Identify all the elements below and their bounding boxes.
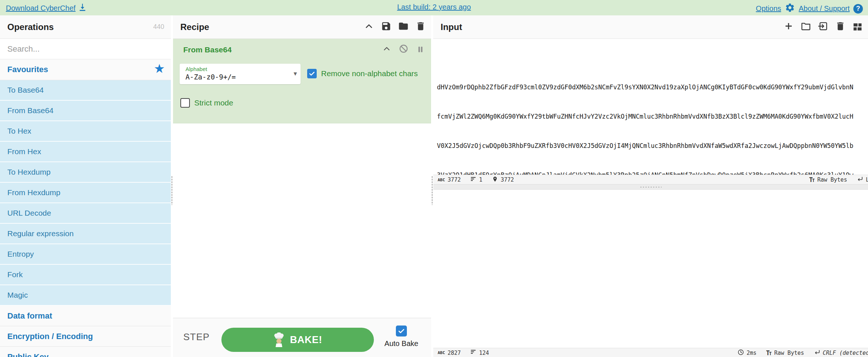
operation-item[interactable]: To Base64 [0,80,171,101]
operation-item[interactable]: To Hexdump [0,162,171,183]
recipe-panel: Recipe [173,15,431,357]
save-icon [381,21,391,33]
operation-item[interactable]: From Base64 [0,101,171,121]
remove-nonalphabet-checkbox-row[interactable]: Remove non-alphabet chars [307,69,418,78]
input-tabs-icon[interactable] [852,22,863,32]
save-recipe-button[interactable] [381,21,391,33]
line-ending-icon [814,349,820,357]
recipe-title: Recipe [180,22,209,32]
clear-recipe-button[interactable] [415,21,426,33]
clock-icon [738,349,744,357]
alphabet-value: A-Za-z0-9+/= [185,73,236,81]
cursor-position-status: 3772 [492,176,514,184]
location-pin-icon [492,176,498,184]
operations-header: Operations 440 [0,15,171,39]
input-header-icons [783,15,863,38]
auto-bake-toggle[interactable]: Auto Bake [381,326,422,348]
open-folder-button[interactable] [801,21,811,33]
output-encoding-selector[interactable]: TT Raw Bytes [766,349,804,357]
operation-item[interactable]: URL Decode [0,203,171,224]
bake-button[interactable]: BAKE! [221,328,374,352]
category-public-key[interactable]: Public Key [0,347,171,357]
open-file-button[interactable] [818,21,828,33]
remove-nonalphabet-checkbox[interactable] [307,69,317,78]
breakpoint-pause-icon[interactable] [416,45,425,54]
clear-io-button[interactable] [835,21,846,33]
input-eol-selector[interactable]: LF [857,176,868,184]
category-encryption-encoding[interactable]: Encryption / Encoding [0,326,171,347]
line-count-icon [470,349,477,357]
trash-icon [415,21,426,33]
recipe-header: Recipe [173,15,431,39]
line-count-icon [470,176,477,184]
help-icon[interactable]: ? [853,4,863,14]
char-count-icon: ABC [438,350,445,355]
auto-bake-checkbox[interactable] [396,326,407,336]
collapse-operation-button[interactable] [382,44,391,55]
about-support-link[interactable]: About / Support [799,4,850,13]
search-row [0,39,171,59]
strict-mode-checkbox-row[interactable]: Strict mode [180,98,233,108]
operations-title: Operations [7,22,54,32]
operation-item[interactable]: From Hex [0,142,171,162]
recipe-header-icons [364,15,426,38]
recipe-operation-from-base64[interactable]: From Base64 Alphabet A-Za-z0-9+/= [173,39,431,123]
last-build-link[interactable]: Last build: 2 years ago [0,3,868,11]
remove-nonalphabet-label[interactable]: Remove non-alphabet chars [321,69,418,78]
operations-panel: Operations 440 Favourites ★ To Base64 Fr… [0,15,171,357]
operations-count: 440 [153,23,164,31]
character-encoding-icon: TT [809,176,814,183]
line-ending-icon [857,176,863,184]
character-encoding-icon: TT [766,349,772,357]
step-button[interactable]: STEP [183,331,210,343]
alphabet-label: Alphabet [185,66,207,72]
operation-item[interactable]: To Hex [0,121,171,142]
plus-icon [783,21,794,33]
favourites-label: Favourites [7,65,48,74]
ban-icon [399,44,408,55]
input-encoding-selector[interactable]: TT Raw Bytes [809,176,847,183]
collapse-recipe-button[interactable] [364,21,374,33]
chef-icon [273,332,285,347]
output-line-count-status: 124 [470,349,489,357]
char-count-icon: ABC [438,178,445,182]
bake-time-status: 2ms [738,349,757,357]
strict-mode-label[interactable]: Strict mode [194,98,233,107]
io-splitter[interactable] [433,184,868,190]
chevron-up-icon [364,21,374,33]
auto-bake-label: Auto Bake [381,339,422,348]
trash-icon [835,21,846,33]
input-line: dHVzOm9rDQphb2ZfbGFzdF93cml0ZV9zdGF0dXM6… [437,82,868,92]
operation-item[interactable]: Magic [0,285,171,306]
input-title: Input [441,22,462,32]
operation-item[interactable]: Entropy [0,244,171,265]
folder-open-icon [801,21,811,33]
chevron-down-icon[interactable]: ▾ [294,70,297,78]
top-banner: Download CyberChef Last build: 2 years a… [0,0,868,15]
bake-label: BAKE! [290,334,322,346]
input-header: Input [433,15,868,39]
options-link[interactable]: Options [756,4,781,13]
output-eol-selector[interactable]: CRLF (detected) [814,349,868,357]
open-file-icon [818,21,828,33]
output-char-count-status: ABC 2827 [438,350,461,356]
disable-operation-button[interactable] [399,44,408,55]
cyberchef-app: Download CyberChef Last build: 2 years a… [0,0,868,357]
load-recipe-button[interactable] [398,21,409,33]
operation-name: From Base64 [183,45,232,54]
category-data-format[interactable]: Data format [0,306,171,326]
input-line: V0X2J5dGVzOjcwDQp0b3RhbF9uZXRfb3V0cHV0X2… [437,141,868,151]
alphabet-field[interactable]: Alphabet A-Za-z0-9+/= ▾ [180,64,301,84]
strict-mode-checkbox[interactable] [180,98,190,108]
operation-item[interactable]: From Hexdump [0,183,171,203]
bake-controls-bar: STEP BAKE! Auto Bake [173,318,431,357]
favourites-header[interactable]: Favourites ★ [0,59,171,80]
star-icon[interactable]: ★ [154,62,165,75]
operation-controls [382,44,425,55]
operation-item[interactable]: Fork [0,265,171,285]
search-input[interactable] [0,44,162,54]
options-button[interactable] [785,3,795,15]
favourites-list: To Base64 From Base64 To Hex From Hex To… [0,80,171,306]
operation-item[interactable]: Regular expression [0,224,171,244]
add-input-tab-button[interactable] [783,21,794,33]
